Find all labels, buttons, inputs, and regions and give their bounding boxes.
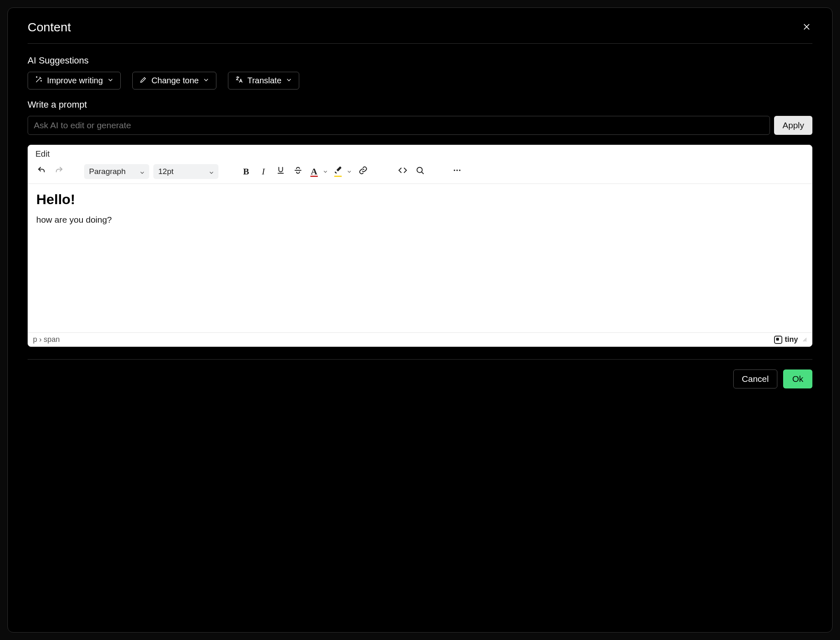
- svg-point-6: [454, 169, 455, 171]
- translate-button[interactable]: Translate: [228, 72, 299, 89]
- chevron-down-icon: [347, 166, 352, 177]
- change-tone-label: Change tone: [152, 76, 199, 85]
- content-paragraph: how are you doing?: [36, 215, 804, 225]
- strikethrough-button[interactable]: [290, 164, 306, 179]
- ai-suggestions-label: AI Suggestions: [28, 55, 812, 66]
- close-button[interactable]: [801, 21, 812, 33]
- close-icon: [802, 23, 811, 32]
- link-button[interactable]: [355, 164, 371, 179]
- underline-icon: [276, 166, 285, 177]
- editor-menubar: Edit: [28, 145, 812, 161]
- ai-actions-row: Improve writing Change tone: [28, 72, 812, 89]
- prompt-row: Apply: [28, 116, 812, 135]
- font-size-value: 12pt: [158, 167, 174, 176]
- text-color-dropdown[interactable]: [321, 164, 330, 179]
- search-icon: [415, 166, 425, 177]
- modal-header: Content: [28, 8, 812, 44]
- highlight-color-button[interactable]: [331, 164, 345, 179]
- chevron-down-icon: [209, 169, 214, 174]
- element-path[interactable]: p › span: [33, 335, 60, 344]
- more-horizontal-icon: [453, 166, 462, 177]
- write-prompt-label: Write a prompt: [28, 99, 812, 110]
- search-button[interactable]: [412, 164, 428, 179]
- svg-line-5: [422, 172, 424, 174]
- font-size-select[interactable]: 12pt: [153, 164, 218, 179]
- chevron-down-icon: [286, 76, 292, 85]
- tiny-brand-label: tiny: [785, 335, 798, 344]
- magic-wand-icon: [35, 75, 43, 86]
- undo-icon: [37, 166, 46, 177]
- change-tone-button[interactable]: Change tone: [132, 72, 217, 89]
- block-format-value: Paragraph: [89, 167, 126, 176]
- pen-icon: [139, 75, 148, 86]
- svg-point-7: [456, 169, 458, 171]
- ai-suggestions-section: AI Suggestions Improve writing Change t: [28, 44, 812, 347]
- italic-button[interactable]: I: [256, 164, 271, 179]
- translate-icon: [235, 75, 243, 86]
- editor-statusbar: p › span tiny: [28, 332, 812, 346]
- cancel-button[interactable]: Cancel: [733, 369, 777, 388]
- modal-footer: Cancel Ok: [28, 359, 812, 401]
- undo-button[interactable]: [34, 164, 49, 179]
- chevron-down-icon: [107, 76, 114, 85]
- chevron-down-icon: [139, 169, 145, 174]
- resize-handle[interactable]: [798, 335, 807, 344]
- editor-content-area[interactable]: Hello! how are you doing?: [28, 184, 812, 332]
- tiny-logo-icon: [774, 336, 782, 344]
- improve-writing-button[interactable]: Improve writing: [28, 72, 121, 89]
- translate-label: Translate: [247, 76, 282, 85]
- redo-button[interactable]: [51, 164, 67, 179]
- tiny-branding[interactable]: tiny: [774, 335, 798, 344]
- code-button[interactable]: [395, 164, 411, 179]
- bold-button[interactable]: B: [238, 164, 254, 179]
- chevron-down-icon: [323, 166, 328, 177]
- underline-button[interactable]: [273, 164, 289, 179]
- editor-toolbar: Paragraph 12pt B I: [28, 161, 812, 184]
- content-modal: Content AI Suggestions Improve writing: [7, 7, 833, 633]
- menu-edit[interactable]: Edit: [35, 149, 49, 158]
- link-icon: [359, 166, 368, 177]
- improve-writing-label: Improve writing: [47, 76, 103, 85]
- content-heading: Hello!: [36, 191, 804, 207]
- code-icon: [398, 166, 407, 177]
- ok-button[interactable]: Ok: [783, 369, 812, 388]
- prompt-input[interactable]: [28, 116, 770, 135]
- strikethrough-icon: [293, 166, 303, 177]
- highlight-color-dropdown[interactable]: [345, 164, 354, 179]
- chevron-down-icon: [203, 76, 209, 85]
- more-button[interactable]: [449, 164, 465, 179]
- apply-button[interactable]: Apply: [774, 116, 812, 135]
- svg-point-8: [459, 169, 461, 171]
- block-format-select[interactable]: Paragraph: [84, 164, 149, 179]
- text-color-button[interactable]: A: [307, 164, 321, 179]
- modal-title: Content: [28, 20, 71, 34]
- rich-text-editor: Edit Paragraph: [28, 145, 812, 347]
- svg-line-11: [806, 341, 807, 341]
- redo-icon: [54, 166, 63, 177]
